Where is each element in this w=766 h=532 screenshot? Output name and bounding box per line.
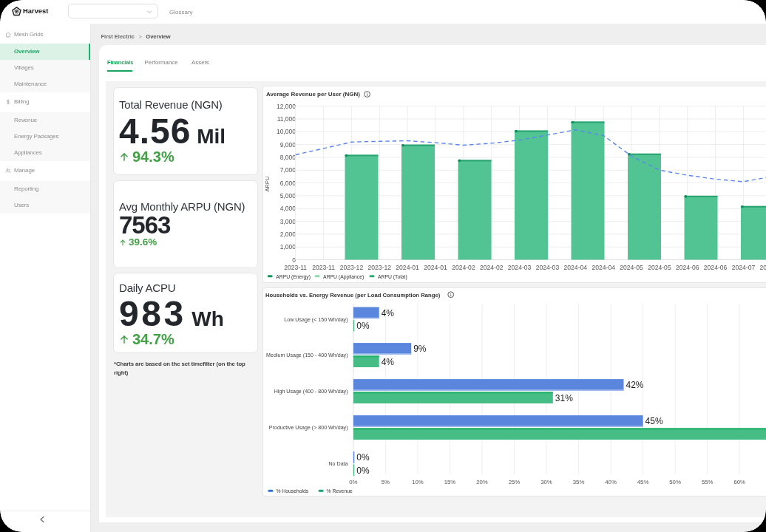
svg-text:0%: 0% (356, 452, 370, 463)
svg-text:5%: 5% (382, 479, 390, 485)
svg-text:45%: 45% (637, 479, 649, 485)
svg-text:9,000: 9,000 (280, 141, 296, 149)
svg-text:2024-03: 2024-03 (536, 264, 560, 271)
svg-text:50%: 50% (669, 479, 681, 485)
svg-text:2024-05: 2024-05 (620, 264, 643, 271)
svg-text:2024-02: 2024-02 (480, 264, 504, 271)
svg-text:No Data: No Data (328, 461, 348, 467)
svg-text:% Households: % Households (276, 488, 308, 494)
svg-text:High Usage (400 - 800 Wh/day): High Usage (400 - 800 Wh/day) (274, 389, 348, 395)
svg-text:42%: 42% (626, 380, 644, 390)
svg-text:9%: 9% (413, 344, 427, 354)
svg-text:2024-01: 2024-01 (396, 264, 419, 271)
svg-text:Average Revenue per User (NGN): Average Revenue per User (NGN) (266, 91, 360, 98)
svg-text:0%: 0% (356, 321, 370, 331)
svg-text:3,000: 3,000 (280, 218, 296, 225)
svg-text:2024-07: 2024-07 (760, 264, 766, 271)
svg-text:12,000: 12,000 (277, 103, 296, 110)
svg-text:2024-07: 2024-07 (732, 264, 756, 271)
svg-text:20%: 20% (476, 479, 488, 485)
svg-text:ARPU (Total): ARPU (Total) (378, 274, 407, 280)
svg-text:Households vs. Energy Revenue: Households vs. Energy Revenue (per Load … (265, 292, 441, 299)
svg-text:0%: 0% (349, 479, 357, 485)
svg-text:2024-04: 2024-04 (592, 264, 615, 271)
svg-text:2024-01: 2024-01 (424, 264, 447, 271)
svg-text:2024-06: 2024-06 (676, 264, 699, 271)
svg-text:Low Usage (< 150 Wh/day): Low Usage (< 150 Wh/day) (284, 317, 348, 323)
svg-text:1,000: 1,000 (280, 243, 296, 250)
svg-text:5,000: 5,000 (280, 192, 296, 200)
svg-text:0%: 0% (356, 466, 370, 476)
svg-text:10,000: 10,000 (277, 128, 296, 135)
svg-text:4,000: 4,000 (280, 205, 296, 212)
svg-text:8,000: 8,000 (280, 154, 296, 161)
svg-text:40%: 40% (605, 479, 617, 485)
svg-text:31%: 31% (555, 393, 573, 403)
svg-text:2023-11: 2023-11 (312, 264, 335, 271)
svg-text:ARPU (Appliance): ARPU (Appliance) (323, 274, 364, 280)
svg-text:2023-12: 2023-12 (368, 264, 392, 271)
svg-text:2024-03: 2024-03 (508, 264, 532, 271)
svg-text:2024-06: 2024-06 (704, 264, 728, 271)
svg-text:30%: 30% (540, 479, 552, 485)
svg-text:60%: 60% (733, 479, 745, 485)
svg-text:15%: 15% (444, 479, 456, 485)
svg-text:55%: 55% (702, 479, 714, 485)
svg-text:2023-12: 2023-12 (340, 264, 364, 271)
svg-text:2024-05: 2024-05 (648, 264, 671, 271)
svg-text:2024-04: 2024-04 (564, 264, 588, 271)
svg-text:10%: 10% (412, 479, 424, 485)
svg-text:2023-11: 2023-11 (284, 264, 307, 271)
svg-text:7,000: 7,000 (280, 166, 296, 174)
svg-text:4%: 4% (382, 357, 395, 367)
svg-text:11,000: 11,000 (277, 115, 296, 123)
svg-text:25%: 25% (509, 479, 521, 485)
svg-text:ARPU: ARPU (264, 177, 271, 192)
svg-text:45%: 45% (645, 416, 663, 426)
svg-text:% Revenue: % Revenue (327, 488, 353, 494)
svg-text:35%: 35% (573, 479, 585, 485)
svg-text:ARPU (Energy): ARPU (Energy) (276, 274, 311, 280)
svg-text:Medium Usage (150 - 400 Wh/day: Medium Usage (150 - 400 Wh/day) (266, 352, 348, 358)
svg-text:4%: 4% (382, 308, 395, 318)
svg-text:2,000: 2,000 (280, 231, 296, 238)
svg-text:Productive Usage (> 800 Wh/day: Productive Usage (> 800 Wh/day) (269, 425, 348, 431)
svg-text:2024-02: 2024-02 (452, 264, 475, 271)
svg-text:6,000: 6,000 (280, 180, 296, 187)
